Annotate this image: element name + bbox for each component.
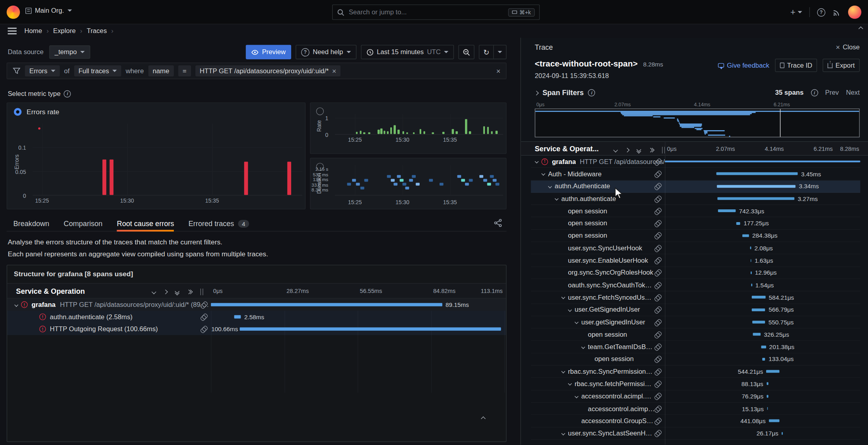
filter-operator[interactable]: = — [178, 65, 191, 76]
minimap-canvas[interactable] — [535, 109, 860, 137]
span-bar[interactable] — [752, 321, 765, 324]
info-icon[interactable]: i — [811, 89, 818, 96]
chevron-down-icon[interactable] — [561, 295, 565, 299]
link-icon[interactable] — [652, 304, 663, 315]
link-icon[interactable] — [652, 193, 663, 204]
next-button[interactable]: Next — [846, 89, 860, 96]
trace-span-row[interactable]: user.sync.SyncLastSeenHook26.17μs — [531, 427, 860, 440]
remove-filter-icon[interactable]: × — [332, 67, 337, 74]
link-icon[interactable] — [652, 242, 663, 254]
prev-button[interactable]: Prev — [825, 89, 839, 96]
tab-comparison[interactable]: Comparison — [64, 216, 103, 231]
chevron-down-icon[interactable] — [555, 197, 559, 201]
chevron-down-icon[interactable] — [14, 303, 18, 306]
chevron-down-icon[interactable] — [574, 394, 578, 398]
link-icon[interactable] — [652, 181, 663, 192]
errors-rate-radio[interactable] — [14, 108, 21, 115]
filter-value[interactable]: HTTP GET /api/datasources/proxy/uid/:uid… — [195, 65, 341, 76]
avatar[interactable] — [848, 6, 861, 19]
link-icon[interactable] — [652, 218, 663, 229]
span-bar[interactable] — [761, 345, 766, 348]
span-bar[interactable] — [751, 259, 751, 262]
close-button[interactable]: × Close — [836, 43, 860, 51]
scroll-top-button[interactable] — [476, 413, 490, 425]
chevron-down-icon[interactable] — [581, 345, 585, 349]
link-icon[interactable] — [198, 324, 209, 335]
span-bar[interactable] — [752, 308, 765, 311]
trace-span-row[interactable]: oauth.sync.SyncOauthTokenHook1.54μs — [531, 279, 860, 291]
time-range-picker[interactable]: Last 15 minutes UTC — [361, 45, 454, 59]
breadcrumb-item[interactable]: Explore — [53, 27, 76, 35]
clear-filters-icon[interactable]: × — [496, 67, 500, 74]
minimap-handle[interactable] — [780, 109, 780, 137]
trace-span-row[interactable]: authn.authenticate3.27ms — [531, 193, 860, 205]
trace-span-row[interactable]: open session742.33μs — [531, 205, 860, 217]
structure-row[interactable]: !grafanaHTTP GET /api/datasources/proxy/… — [7, 299, 506, 311]
span-bar[interactable] — [782, 432, 782, 435]
trace-span-row[interactable]: user.sync.SyncUserHook2.08μs — [531, 242, 860, 254]
span-bar[interactable] — [767, 383, 769, 385]
menu-icon[interactable] — [8, 28, 16, 35]
collapse-all-icon[interactable] — [637, 148, 640, 153]
news-icon[interactable] — [833, 8, 841, 16]
datasource-picker[interactable]: _tempo — [49, 45, 90, 59]
span-bar[interactable] — [751, 284, 752, 287]
trace-span-row[interactable]: rbac.sync.fetchPermissions88.13μs — [531, 378, 860, 390]
collapse-up-icon[interactable] — [859, 27, 862, 30]
span-bar[interactable] — [718, 209, 736, 212]
chevron-down-icon[interactable] — [574, 320, 578, 324]
chevron-right-icon[interactable] — [534, 90, 539, 95]
trace-minimap[interactable]: 0μs2.07ms4.14ms6.21ms — [535, 102, 860, 139]
info-icon[interactable]: i — [64, 90, 71, 97]
trace-span-row[interactable]: !grafanaHTTP GET /api/datasources/pr — [531, 156, 860, 168]
info-icon[interactable]: i — [588, 89, 595, 96]
structure-row[interactable]: !HTTP Outgoing Request (100.66ms)100.66m… — [7, 323, 506, 335]
span-bar[interactable] — [234, 315, 241, 318]
search-input[interactable] — [349, 8, 504, 16]
chevron-down-icon[interactable] — [561, 369, 565, 373]
refresh-interval-dropdown[interactable] — [493, 45, 506, 59]
trace-span-row[interactable]: user.getSignedInUser550.75μs — [531, 316, 860, 328]
collapse-one-icon[interactable] — [614, 148, 617, 152]
link-icon[interactable] — [652, 205, 663, 217]
span-bar[interactable] — [751, 271, 751, 274]
zoom-out-button[interactable] — [458, 45, 474, 59]
tab-errored-traces[interactable]: Errored traces4 — [189, 216, 249, 231]
search-bar[interactable]: ⌘+k — [332, 4, 540, 20]
trace-span-row[interactable]: open session133.04μs — [531, 353, 860, 365]
span-bar[interactable] — [767, 395, 769, 398]
chevron-down-icon[interactable] — [568, 308, 572, 312]
trace-span-row[interactable]: org.sync.SyncOrgRolesHook12.96μs — [531, 267, 860, 279]
link-icon[interactable] — [652, 168, 663, 180]
preview-button[interactable]: Preview — [246, 45, 291, 59]
link-icon[interactable] — [652, 354, 663, 365]
trace-span-row[interactable]: open session177.25μs — [531, 217, 860, 230]
trace-span-row[interactable]: user.sync.EnableUserHook1.63μs — [531, 254, 860, 267]
chevron-down-icon[interactable] — [548, 184, 552, 188]
trace-span-row[interactable]: user.GetSignedInUser566.79μs — [531, 304, 860, 316]
chevron-down-icon[interactable] — [541, 172, 545, 176]
chevron-down-icon[interactable] — [561, 431, 565, 435]
link-icon[interactable] — [652, 329, 663, 340]
add-button[interactable]: + — [790, 7, 802, 17]
span-bar[interactable] — [211, 303, 442, 306]
refresh-icon[interactable]: ↻ — [479, 45, 493, 59]
trace-id-button[interactable]: Trace ID — [775, 59, 817, 72]
link-icon[interactable] — [652, 230, 663, 241]
column-resize-handle[interactable] — [662, 147, 665, 154]
trace-span-row[interactable]: authn.Authenticate3.34ms — [531, 180, 860, 193]
span-bar[interactable] — [766, 370, 779, 373]
link-icon[interactable] — [198, 311, 209, 322]
trace-span-row[interactable]: accesscontrol.acimpl.get15.13μs — [531, 403, 860, 415]
need-help-button[interactable]: ? Need help — [296, 45, 356, 59]
help-icon[interactable]: ? — [817, 8, 825, 16]
span-bar[interactable] — [753, 333, 761, 336]
give-feedback-link[interactable]: Give feedback — [718, 61, 769, 69]
tab-breakdown[interactable]: Breakdown — [13, 216, 49, 231]
trace-span-row[interactable]: accesscontrol.GroupScopesBy441.08μs — [531, 415, 860, 427]
span-bar[interactable] — [665, 160, 860, 162]
expand-one-icon[interactable] — [625, 148, 629, 152]
trace-span-row[interactable]: open session326.25μs — [531, 328, 860, 341]
share-button[interactable] — [494, 219, 502, 227]
span-bar[interactable] — [752, 296, 766, 299]
